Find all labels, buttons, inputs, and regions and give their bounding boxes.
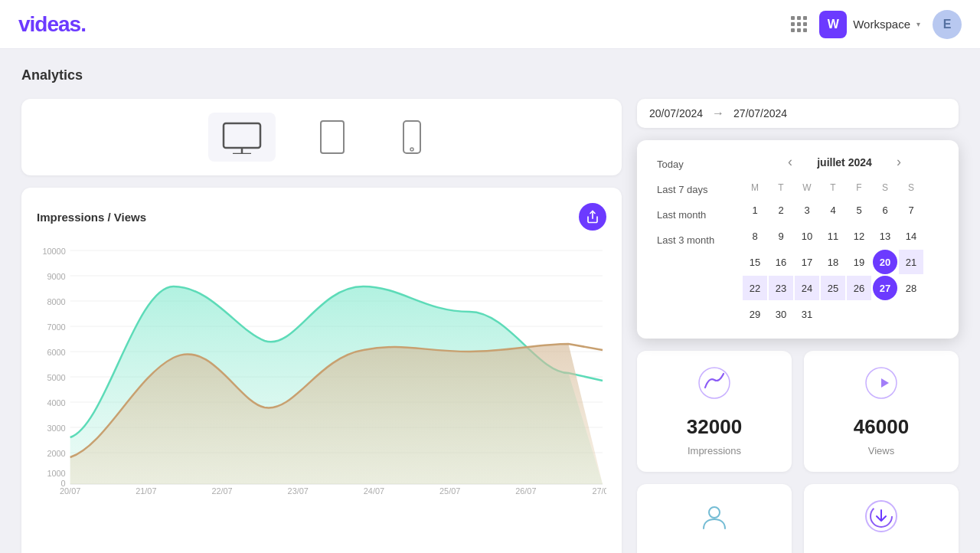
cal-day-19[interactable]: 19 xyxy=(847,250,871,274)
svg-point-36 xyxy=(699,368,730,398)
workspace-icon: W xyxy=(819,11,847,38)
cal-day-23-range[interactable]: 23 xyxy=(769,276,793,300)
day-header-tue: T xyxy=(769,179,793,196)
svg-rect-3 xyxy=(321,121,344,153)
workspace-label: Workspace xyxy=(853,18,910,31)
grid-dot xyxy=(797,16,801,20)
tablet-device-btn[interactable] xyxy=(306,111,358,163)
share-icon xyxy=(586,210,599,224)
stats-grid: 32000 Impressions 46000 Views xyxy=(637,351,959,553)
user-avatar[interactable]: E xyxy=(933,10,962,39)
grid-dot xyxy=(803,28,807,32)
cal-day-3[interactable]: 3 xyxy=(795,198,819,222)
share-button[interactable] xyxy=(579,203,606,231)
day-header-fri: F xyxy=(847,179,871,196)
stat-card-unique-viewers: 45870 Unique viewers xyxy=(637,484,792,553)
date-range-start: 20/07/2024 xyxy=(649,107,703,119)
grid-dot xyxy=(803,22,807,26)
cal-day-26-range[interactable]: 26 xyxy=(847,276,871,300)
desktop-device-btn[interactable] xyxy=(208,113,276,162)
cal-day-8[interactable]: 8 xyxy=(743,224,767,248)
cal-day-12[interactable]: 12 xyxy=(847,224,871,248)
right-panel: 20/07/2024 → 27/07/2024 Today Last 7 day… xyxy=(637,99,959,553)
cal-day-27-selected[interactable]: 27 xyxy=(873,276,897,300)
cal-day-31[interactable]: 31 xyxy=(795,302,819,326)
cal-day-20-selected[interactable]: 20 xyxy=(873,250,897,274)
impressions-value: 32000 xyxy=(687,415,742,439)
apps-grid-icon[interactable] xyxy=(791,16,807,32)
svg-text:25/07: 25/07 xyxy=(439,486,460,496)
shortcut-today[interactable]: Today xyxy=(649,152,733,176)
header-right: W Workspace ▾ E xyxy=(791,10,962,39)
calendar-grid: M T W T F S S 1 2 3 4 5 6 7 xyxy=(743,179,946,326)
svg-rect-0 xyxy=(224,123,260,148)
shortcut-last-7-days[interactable]: Last 7 days xyxy=(649,178,733,201)
cal-day-empty-3 xyxy=(873,302,897,326)
tablet-icon xyxy=(318,119,346,155)
calendar-popup: Today Last 7 days Last month Last 3 mont… xyxy=(637,140,959,339)
day-header-thu: T xyxy=(821,179,845,196)
cal-day-1[interactable]: 1 xyxy=(743,198,767,222)
cal-day-6[interactable]: 6 xyxy=(873,198,897,222)
cal-day-28[interactable]: 28 xyxy=(899,276,923,300)
calendar-prev-btn[interactable]: ‹ xyxy=(783,152,797,172)
cal-day-22-range[interactable]: 22 xyxy=(743,276,767,300)
shortcut-last-3-month[interactable]: Last 3 month xyxy=(649,228,733,252)
cal-day-14[interactable]: 14 xyxy=(899,224,923,248)
cal-day-7[interactable]: 7 xyxy=(899,198,923,222)
svg-text:20/07: 20/07 xyxy=(60,486,80,496)
calendar-next-btn[interactable]: › xyxy=(892,152,906,172)
day-header-wed: W xyxy=(795,179,819,196)
header: videas. W Workspace ▾ E xyxy=(0,0,980,49)
cal-day-13[interactable]: 13 xyxy=(873,224,897,248)
views-label: Views xyxy=(868,445,894,456)
cal-day-10[interactable]: 10 xyxy=(795,224,819,248)
ctr-icon xyxy=(864,499,898,539)
views-value: 46000 xyxy=(854,415,909,439)
cal-day-21-range[interactable]: 21 xyxy=(899,250,923,274)
left-panel: Impressions / Views 10000 9000 8000 xyxy=(21,99,622,553)
grid-dot xyxy=(791,16,795,20)
svg-point-38 xyxy=(709,507,720,518)
cal-day-18[interactable]: 18 xyxy=(821,250,845,274)
main-content: Analytics xyxy=(0,49,980,553)
cal-day-30[interactable]: 30 xyxy=(769,302,793,326)
grid-dot xyxy=(797,22,801,26)
svg-text:22/07: 22/07 xyxy=(211,486,232,496)
shortcut-last-month[interactable]: Last month xyxy=(649,203,733,227)
cal-day-24-range[interactable]: 24 xyxy=(795,276,819,300)
logo: videas. xyxy=(18,12,86,37)
cal-day-5[interactable]: 5 xyxy=(847,198,871,222)
date-range-picker[interactable]: 20/07/2024 → 27/07/2024 xyxy=(637,99,959,128)
svg-text:10000: 10000 xyxy=(42,247,65,256)
calendar-month-title: juillet 2024 xyxy=(806,156,883,169)
cal-day-17[interactable]: 17 xyxy=(795,250,819,274)
mobile-device-btn[interactable] xyxy=(389,111,435,163)
svg-text:2000: 2000 xyxy=(47,449,65,458)
grid-dot xyxy=(797,28,801,32)
workspace-selector[interactable]: W Workspace ▾ xyxy=(819,11,920,38)
svg-text:9000: 9000 xyxy=(47,272,65,281)
cal-day-empty-2 xyxy=(847,302,871,326)
impressions-views-chart: 10000 9000 8000 7000 6000 5000 4000 3000… xyxy=(37,243,606,496)
stat-card-views: 46000 Views xyxy=(804,351,959,472)
cal-day-empty-4 xyxy=(899,302,923,326)
views-icon xyxy=(864,366,898,406)
svg-text:7000: 7000 xyxy=(47,322,65,332)
cal-day-4[interactable]: 4 xyxy=(821,198,845,222)
mobile-icon xyxy=(401,119,423,155)
day-header-sat: S xyxy=(873,179,897,196)
svg-text:8000: 8000 xyxy=(47,297,65,306)
cal-day-15[interactable]: 15 xyxy=(743,250,767,274)
chevron-down-icon: ▾ xyxy=(916,20,920,28)
stat-card-ctr: 6.8% ImpressionsClick-through rate xyxy=(804,484,959,553)
impressions-label: Impressions xyxy=(688,445,741,456)
impressions-icon xyxy=(697,366,731,406)
cal-day-16[interactable]: 16 xyxy=(769,250,793,274)
cal-day-11[interactable]: 11 xyxy=(821,224,845,248)
cal-day-9[interactable]: 9 xyxy=(769,224,793,248)
cal-day-2[interactable]: 2 xyxy=(769,198,793,222)
cal-day-29[interactable]: 29 xyxy=(743,302,767,326)
cal-day-25-range[interactable]: 25 xyxy=(821,276,845,300)
svg-text:27/07: 27/07 xyxy=(592,486,606,496)
